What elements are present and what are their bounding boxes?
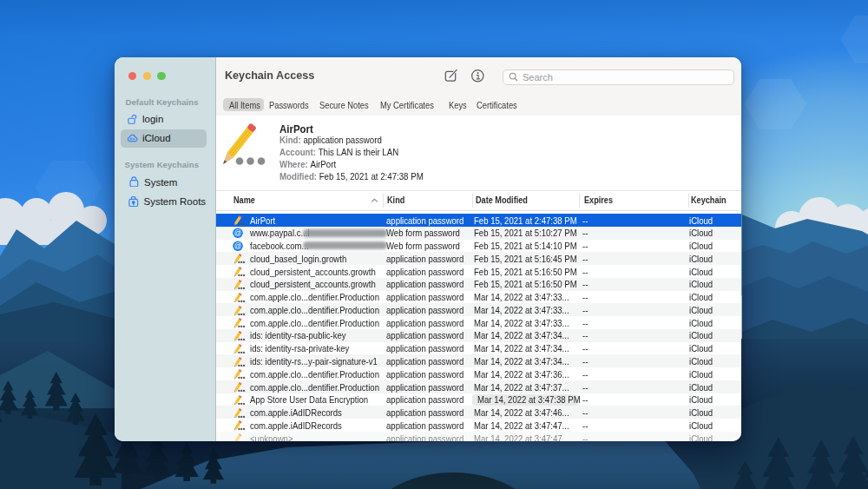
svg-text:@: @ [233,229,240,237]
svg-text:@: @ [233,242,240,250]
